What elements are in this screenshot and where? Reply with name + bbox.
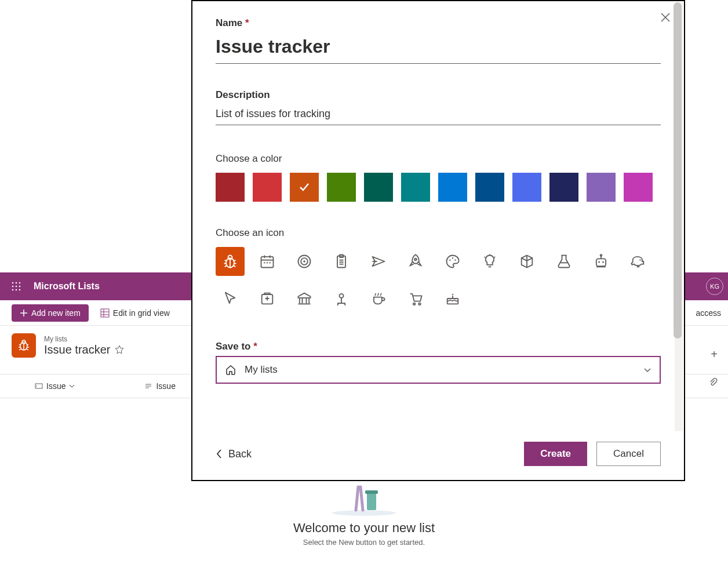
target-icon	[296, 253, 312, 270]
icon-option-bank[interactable]	[290, 284, 319, 313]
svg-line-60	[485, 257, 486, 258]
icon-option-cart[interactable]	[401, 284, 430, 313]
text-icon	[144, 382, 152, 390]
color-swatch[interactable]	[216, 173, 245, 202]
user-avatar[interactable]: KG	[706, 278, 723, 295]
icon-option-lightbulb[interactable]	[475, 247, 504, 276]
column-issue[interactable]: Issue	[35, 381, 75, 391]
icon-option-calendar[interactable]	[253, 247, 282, 276]
svg-point-8	[19, 289, 21, 291]
svg-line-20	[19, 349, 21, 350]
color-swatch[interactable]	[475, 173, 504, 202]
icon-option-robot[interactable]	[587, 247, 616, 276]
color-swatch[interactable]	[438, 173, 467, 202]
icon-option-cursor[interactable]	[216, 284, 245, 313]
color-swatch[interactable]	[364, 173, 393, 202]
svg-point-57	[452, 257, 453, 259]
add-new-item-button[interactable]: Add new item	[12, 304, 89, 322]
home-icon	[225, 364, 236, 376]
hospital-icon	[259, 290, 275, 307]
add-button-label: Add new item	[31, 308, 81, 318]
icon-option-palette[interactable]	[438, 247, 467, 276]
svg-point-0	[12, 282, 14, 284]
svg-point-79	[340, 294, 344, 298]
icon-option-target[interactable]	[290, 247, 319, 276]
svg-point-2	[19, 282, 21, 284]
plus-icon	[20, 309, 28, 317]
svg-point-7	[16, 289, 17, 291]
svg-point-48	[303, 260, 305, 263]
svg-rect-29	[365, 490, 378, 494]
svg-point-6	[12, 289, 14, 291]
airplane-icon	[370, 253, 387, 270]
dialog-scrollbar[interactable]	[675, 2, 683, 431]
attachment-column-icon[interactable]	[708, 377, 718, 389]
icon-option-mappin[interactable]	[327, 284, 356, 313]
svg-rect-28	[367, 493, 376, 510]
icon-option-cake[interactable]	[438, 284, 467, 313]
close-dialog-button[interactable]	[660, 12, 671, 26]
cart-icon	[407, 290, 424, 307]
save-to-dropdown[interactable]: My lists	[216, 356, 661, 384]
column-issue-2[interactable]: Issue	[144, 381, 175, 391]
icon-option-rocket[interactable]	[401, 247, 430, 276]
icon-option-airplane[interactable]	[364, 247, 393, 276]
favorite-star-icon[interactable]	[115, 345, 124, 354]
dialog-footer: Back Create Cancel	[216, 442, 661, 466]
create-button[interactable]: Create	[524, 442, 587, 466]
icon-option-bug[interactable]	[216, 247, 245, 276]
welcome-heading: Welcome to your new list	[0, 521, 728, 536]
name-label: Name *	[216, 17, 661, 29]
color-swatch[interactable]	[401, 173, 430, 202]
icon-option-coffee[interactable]	[364, 284, 393, 313]
svg-rect-65	[596, 259, 606, 266]
description-input[interactable]	[216, 104, 661, 125]
name-input[interactable]	[216, 32, 661, 64]
list-tile-icon	[12, 333, 36, 358]
save-to-value: My lists	[245, 364, 278, 376]
icon-option-hospital[interactable]	[253, 284, 282, 313]
color-swatch[interactable]	[587, 173, 616, 202]
icon-option-piggybank[interactable]	[624, 247, 653, 276]
svg-point-69	[600, 254, 602, 256]
svg-line-38	[234, 265, 236, 267]
color-swatch[interactable]	[512, 173, 541, 202]
color-swatch[interactable]	[327, 173, 356, 202]
color-swatch[interactable]	[624, 173, 653, 202]
cake-icon	[445, 290, 461, 307]
choose-color-label: Choose a color	[216, 153, 661, 165]
back-button[interactable]: Back	[216, 448, 252, 460]
app-launcher-icon[interactable]	[7, 277, 26, 296]
list-header: My lists Issue tracker	[12, 333, 124, 358]
edit-grid-button[interactable]: Edit in grid view	[100, 308, 170, 318]
save-to-label: Save to *	[216, 341, 661, 352]
color-swatch[interactable]	[290, 173, 319, 202]
svg-rect-39	[261, 257, 274, 268]
svg-point-5	[19, 286, 21, 288]
bug-icon	[222, 253, 238, 270]
color-swatch[interactable]	[253, 173, 282, 202]
svg-point-4	[16, 286, 17, 288]
chevron-down-icon	[69, 383, 75, 389]
coffee-icon	[370, 290, 387, 307]
svg-point-58	[455, 260, 456, 261]
welcome-illustration	[323, 481, 405, 516]
list-title: Issue tracker	[44, 343, 110, 356]
icon-option-cube[interactable]	[512, 247, 541, 276]
breadcrumb[interactable]: My lists	[44, 335, 124, 343]
cancel-button[interactable]: Cancel	[596, 442, 661, 466]
calendar-icon	[259, 253, 275, 270]
add-column-button[interactable]: +	[711, 348, 718, 361]
svg-point-56	[449, 260, 450, 261]
svg-line-61	[494, 257, 495, 258]
close-icon	[660, 12, 671, 23]
welcome-subtext: Select the New button to get started.	[0, 538, 728, 547]
bug-icon	[17, 339, 31, 352]
color-swatch[interactable]	[549, 173, 578, 202]
svg-line-37	[225, 265, 227, 267]
piggybank-icon	[630, 253, 646, 270]
svg-point-81	[413, 303, 416, 305]
svg-point-82	[418, 303, 421, 305]
icon-option-clipboard[interactable]	[327, 247, 356, 276]
icon-option-beaker[interactable]	[549, 247, 578, 276]
